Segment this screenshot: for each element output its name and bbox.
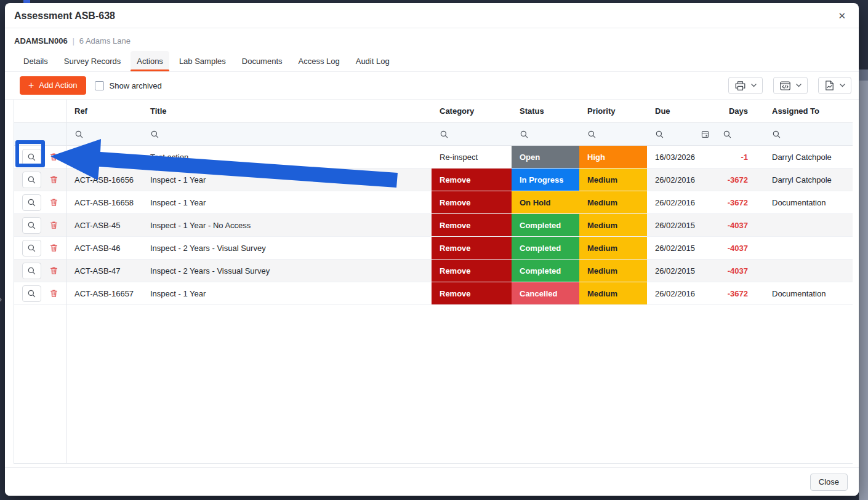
row-view-button[interactable] <box>22 263 41 279</box>
close-icon[interactable]: ✕ <box>835 9 849 23</box>
row-view-button[interactable] <box>22 285 41 302</box>
magnifier-icon <box>655 130 664 139</box>
magnifier-icon <box>27 221 36 230</box>
tab-access-log[interactable]: Access Log <box>292 51 346 71</box>
export-file-icon <box>824 80 835 91</box>
header-cell-ref[interactable]: Ref <box>66 100 142 122</box>
cell-due-value: 26/02/2016 <box>655 175 695 185</box>
row-view-button[interactable] <box>22 172 41 188</box>
row-delete-button[interactable] <box>49 152 58 162</box>
table-row[interactable]: ACT-ASB-46Inspect - 2 Years - Visual Sur… <box>14 237 853 260</box>
close-button[interactable]: Close <box>810 474 848 491</box>
row-actions-cell <box>14 169 66 191</box>
header-cell-priority[interactable]: Priority <box>579 100 647 122</box>
filter-input-days[interactable] <box>715 123 764 145</box>
row-delete-button[interactable] <box>49 288 58 298</box>
cell-ref: ACT-ASB-16658 <box>66 191 142 213</box>
cell-assigned <box>764 260 853 282</box>
header-cell-status[interactable]: Status <box>512 100 579 122</box>
tab-actions[interactable]: Actions <box>131 51 169 71</box>
filter-cell-actions <box>14 123 66 145</box>
cell-days-value: -4037 <box>728 266 748 276</box>
filter-input-status[interactable] <box>512 123 579 145</box>
cell-title: Inspect - 2 Years - Visual Survey <box>142 237 432 259</box>
row-delete-button[interactable] <box>49 243 58 253</box>
page-scrollbar[interactable] <box>859 69 868 500</box>
cell-days: -4037 <box>715 214 764 236</box>
cell-ref: ACT-20260317-2... <box>66 146 142 168</box>
cell-due-value: 16/03/2026 <box>655 153 695 162</box>
table-row[interactable]: ACT-20260317-2...Test actionRe-inspectOp… <box>14 146 853 169</box>
magnifier-icon <box>27 198 36 207</box>
trash-icon <box>49 266 58 276</box>
cell-due: 26/02/2016 <box>647 282 715 304</box>
cell-assigned-value: Documentation <box>772 198 826 207</box>
tab-lab-samples[interactable]: Lab Samples <box>173 51 232 71</box>
tab-survey-records[interactable]: Survey Records <box>58 51 127 71</box>
header-cell-category[interactable]: Category <box>432 100 512 122</box>
cell-priority: Medium <box>579 260 647 282</box>
tab-audit-log[interactable]: Audit Log <box>350 51 396 71</box>
header-cell-due[interactable]: Due <box>647 100 715 122</box>
filter-input-priority[interactable] <box>579 123 647 145</box>
cell-status-value: Cancelled <box>520 289 557 298</box>
row-delete-button[interactable] <box>49 197 58 207</box>
trash-icon <box>49 243 58 253</box>
cell-category-value: Remove <box>440 266 471 276</box>
breadcrumb: ADAMSLN006 | 6 Adams Lane <box>5 28 859 49</box>
cell-due-value: 26/02/2016 <box>655 198 695 207</box>
table-row[interactable]: ACT-ASB-16658Inspect - 1 YearRemoveOn Ho… <box>14 191 853 214</box>
add-action-button[interactable]: + Add Action <box>20 76 86 95</box>
cell-priority-value: Medium <box>587 198 617 207</box>
header-cell-assigned[interactable]: Assigned To <box>764 100 853 122</box>
cell-status-value: Completed <box>520 244 561 253</box>
cell-priority-value: Medium <box>587 266 617 276</box>
filter-input-title[interactable] <box>142 123 432 145</box>
cell-category-value: Remove <box>440 198 471 207</box>
export-code-button[interactable] <box>773 77 808 94</box>
magnifier-icon <box>27 289 36 298</box>
row-view-button[interactable] <box>22 149 41 165</box>
header-cell-title[interactable]: Title <box>142 100 432 122</box>
tab-details[interactable]: Details <box>17 51 54 71</box>
cell-category: Remove <box>432 282 512 304</box>
table-row[interactable]: ACT-ASB-16656Inspect - 1 YearRemoveIn Pr… <box>14 169 853 191</box>
row-delete-button[interactable] <box>49 175 58 185</box>
table-row[interactable]: ACT-ASB-47Inspect - 2 Years - Vissual Su… <box>14 260 853 282</box>
filter-input-ref[interactable] <box>66 123 142 145</box>
dialog-header: Assessment ASB-638 ✕ <box>5 3 859 28</box>
tab-documents[interactable]: Documents <box>236 51 289 71</box>
cell-days: -4037 <box>715 237 764 259</box>
header-cell-days[interactable]: Days <box>715 100 764 122</box>
filter-input-due[interactable] <box>647 123 715 145</box>
trash-icon <box>49 152 58 162</box>
dialog-title: Assessment ASB-638 <box>14 10 115 22</box>
table-row[interactable]: ACT-ASB-45Inspect - 1 Year - No AccessRe… <box>14 214 853 237</box>
filter-input-assigned[interactable] <box>764 123 853 145</box>
trash-icon <box>49 288 58 298</box>
row-view-button[interactable] <box>22 240 41 256</box>
row-delete-button[interactable] <box>49 266 58 276</box>
cell-priority-value: High <box>587 153 605 162</box>
row-view-button[interactable] <box>22 194 41 211</box>
row-delete-button[interactable] <box>49 220 58 230</box>
chevron-down-icon <box>796 84 802 87</box>
export-file-button[interactable] <box>818 77 851 94</box>
show-archived-checkbox[interactable] <box>95 81 104 90</box>
cell-days-value: -3672 <box>728 175 748 185</box>
printer-button[interactable] <box>728 77 763 94</box>
cell-category: Re-inspect <box>432 146 512 168</box>
table-row[interactable]: ACT-ASB-16657Inspect - 1 YearRemoveCance… <box>14 282 853 305</box>
cell-category-value: Re-inspect <box>440 153 478 162</box>
magnifier-icon <box>723 130 732 139</box>
cell-status: Open <box>512 146 579 168</box>
cell-due: 26/02/2015 <box>647 237 715 259</box>
cell-status-value: Completed <box>520 266 561 276</box>
row-view-button[interactable] <box>22 217 41 234</box>
cell-priority-value: Medium <box>587 289 617 298</box>
sidebar-collapse-chevron-icon[interactable]: › <box>0 293 2 304</box>
cell-priority: Medium <box>579 237 647 259</box>
date-picker-button[interactable] <box>701 130 710 139</box>
filter-input-category[interactable] <box>432 123 512 145</box>
magnifier-icon <box>587 130 597 139</box>
